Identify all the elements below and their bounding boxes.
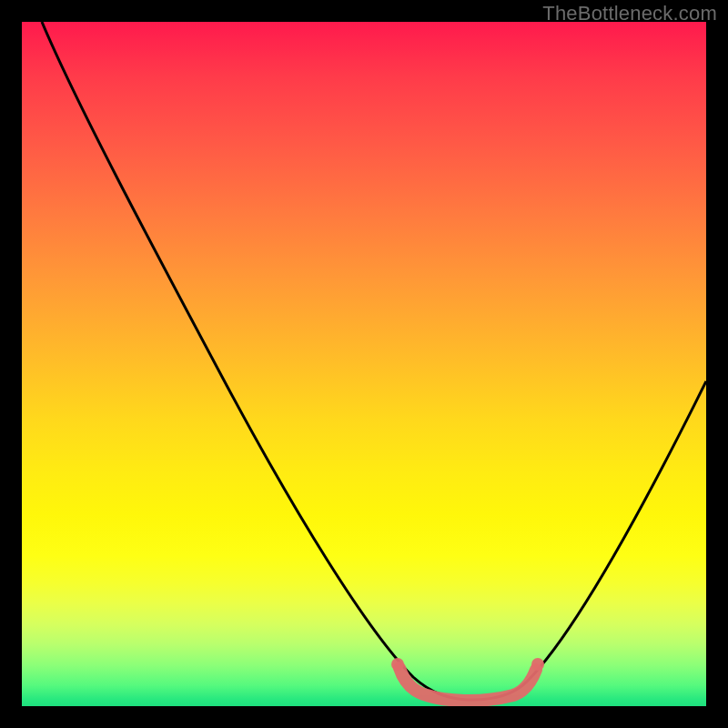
- curve-svg: [22, 22, 706, 706]
- band-end-left: [391, 658, 404, 671]
- bottleneck-curve: [42, 22, 706, 700]
- chart-frame: TheBottleneck.com: [0, 0, 728, 728]
- band-end-right: [531, 658, 544, 671]
- watermark-text: TheBottleneck.com: [542, 2, 717, 25]
- plot-area: [22, 22, 706, 706]
